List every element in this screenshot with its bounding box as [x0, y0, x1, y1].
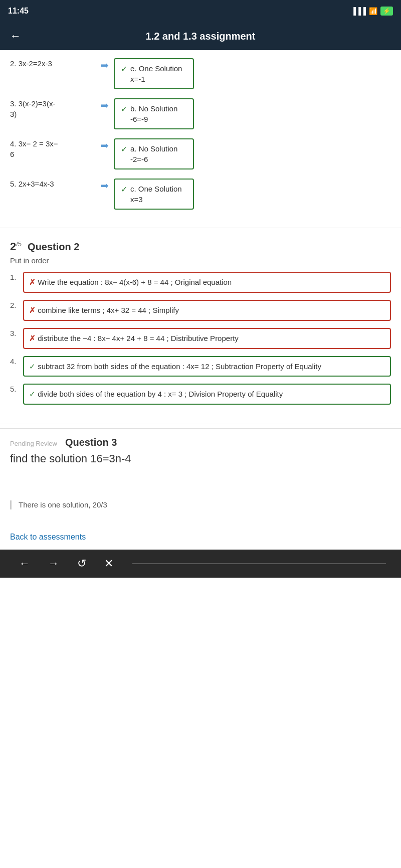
nav-refresh-button[interactable]: ↺: [73, 555, 90, 572]
arrow-icon-4: ➡: [100, 180, 109, 192]
nav-back-button[interactable]: ←: [15, 555, 34, 572]
step-content-4: ✓ subtract 32 from both sides of the equ…: [23, 356, 391, 377]
match-label-4: 5. 2x+3=4x-3: [10, 179, 95, 189]
q3-answer-text: There is one solution, 20/3: [19, 500, 107, 509]
arrow-icon-3: ➡: [100, 139, 109, 151]
match-item-1: 2. 3x-2=2x-3 ➡ ✓ e. One Solutionx=-1: [10, 58, 391, 89]
pending-label: Pending Review: [10, 440, 57, 447]
check-icon-4: ✓: [121, 184, 127, 195]
step-icon-x-1: ✗: [29, 278, 36, 286]
bottom-nav: ← → ↺ ✕: [0, 550, 401, 578]
step-item-2: 2. ✗ combine like terms ; 4x+ 32 = 44 ; …: [10, 300, 391, 321]
step-num-2: 2.: [10, 301, 20, 309]
back-assessments-section: Back to assessments: [0, 528, 401, 550]
nav-close-button[interactable]: ✕: [100, 555, 117, 572]
q3-instruction: find the solution 16=3n-4: [10, 452, 391, 465]
step-icon-x-3: ✗: [29, 334, 36, 342]
match-answer-4: ✓ c. One Solutionx=3: [114, 179, 194, 210]
status-time: 11:45: [8, 7, 29, 16]
step-item-5: 5. ✓ divide both sides of the equation b…: [10, 384, 391, 405]
question1-section: 2. 3x-2=2x-3 ➡ ✓ e. One Solutionx=-1 3. …: [0, 50, 401, 224]
match-answer-text-2: b. No Solution-6=-9: [130, 103, 177, 124]
step-text-4: subtract 32 from both sides of the equat…: [38, 362, 321, 371]
arrow-icon-2: ➡: [100, 99, 109, 111]
match-label-3: 4. 3x− 2 = 3x−6: [10, 138, 95, 159]
step-list: 1. ✗ Write the equation : 8x− 4(x-6) + 8…: [10, 272, 391, 405]
question2-section: 2/5 Question 2 Put in order 1. ✗ Write t…: [0, 232, 401, 420]
match-answer-3: ✓ a. No Solution-2=-6: [114, 138, 194, 169]
page-title: 1.2 and 1.3 assignment: [29, 31, 372, 42]
match-item-3: 4. 3x− 2 = 3x−6 ➡ ✓ a. No Solution-2=-6: [10, 138, 391, 169]
match-answer-text-3: a. No Solution-2=-6: [130, 143, 177, 164]
q2-number: 2/5: [10, 240, 22, 253]
step-text-2: combine like terms ; 4x+ 32 = 44 ; Simpl…: [38, 306, 179, 314]
step-icon-check-5: ✓: [29, 390, 36, 398]
check-icon-2: ✓: [121, 104, 127, 115]
match-answer-text-4: c. One Solutionx=3: [130, 184, 182, 205]
check-icon-1: ✓: [121, 64, 127, 75]
step-text-5: divide both sides of the equation by 4 :…: [38, 390, 283, 398]
q2-title: Question 2: [28, 241, 79, 253]
step-num-1: 1.: [10, 273, 20, 281]
section-divider-2: [0, 424, 401, 424]
step-num-3: 3.: [10, 329, 20, 337]
step-item-3: 3. ✗ distribute the −4 : 8x− 4x+ 24 + 8 …: [10, 328, 391, 349]
step-text-1: Write the equation : 8x− 4(x-6) + 8 = 44…: [38, 278, 232, 286]
battery-icon: ⚡: [380, 7, 393, 16]
match-item-2: 3. 3(x-2)=3(x-3) ➡ ✓ b. No Solution-6=-9: [10, 98, 391, 129]
match-answer-2: ✓ b. No Solution-6=-9: [114, 98, 194, 129]
status-icons: ▐▐▐ 📶 ⚡: [351, 7, 393, 16]
arrow-icon-1: ➡: [100, 59, 109, 71]
q2-header: 2/5 Question 2: [10, 240, 391, 253]
match-answer-1: ✓ e. One Solutionx=-1: [114, 58, 194, 89]
nav-forward-button[interactable]: →: [44, 555, 63, 572]
back-button[interactable]: ←: [10, 30, 21, 43]
step-num-5: 5.: [10, 385, 20, 393]
app-header: ← 1.2 and 1.3 assignment: [0, 22, 401, 50]
q3-title: Question 3: [65, 437, 117, 448]
status-bar: 11:45 ▐▐▐ 📶 ⚡: [0, 0, 401, 22]
step-num-4: 4.: [10, 357, 20, 366]
match-item-4: 5. 2x+3=4x-3 ➡ ✓ c. One Solutionx=3: [10, 179, 391, 210]
section-divider-1: [0, 228, 401, 228]
step-content-3: ✗ distribute the −4 : 8x− 4x+ 24 + 8 = 4…: [23, 328, 391, 349]
step-item-4: 4. ✓ subtract 32 from both sides of the …: [10, 356, 391, 377]
match-label-1: 2. 3x-2=2x-3: [10, 58, 95, 69]
nav-address-bar: [132, 563, 386, 564]
wifi-icon: 📶: [369, 7, 377, 15]
q3-answer-block: There is one solution, 20/3: [10, 500, 391, 509]
back-to-assessments-link[interactable]: Back to assessments: [10, 533, 86, 541]
step-content-2: ✗ combine like terms ; 4x+ 32 = 44 ; Sim…: [23, 300, 391, 321]
step-icon-check-4: ✓: [29, 362, 36, 371]
signal-icon: ▐▐▐: [351, 7, 366, 15]
step-text-3: distribute the −4 : 8x− 4x+ 24 + 8 = 44 …: [38, 334, 239, 342]
step-content-5: ✓ divide both sides of the equation by 4…: [23, 384, 391, 405]
match-answer-text-1: e. One Solutionx=-1: [130, 63, 182, 84]
match-label-2: 3. 3(x-2)=3(x-3): [10, 98, 95, 119]
question3-section: Pending Review Question 3 find the solut…: [0, 428, 401, 528]
check-icon-3: ✓: [121, 144, 127, 155]
step-item-1: 1. ✗ Write the equation : 8x− 4(x-6) + 8…: [10, 272, 391, 293]
step-content-1: ✗ Write the equation : 8x− 4(x-6) + 8 = …: [23, 272, 391, 293]
q2-instruction: Put in order: [10, 256, 391, 265]
step-icon-x-2: ✗: [29, 306, 36, 314]
